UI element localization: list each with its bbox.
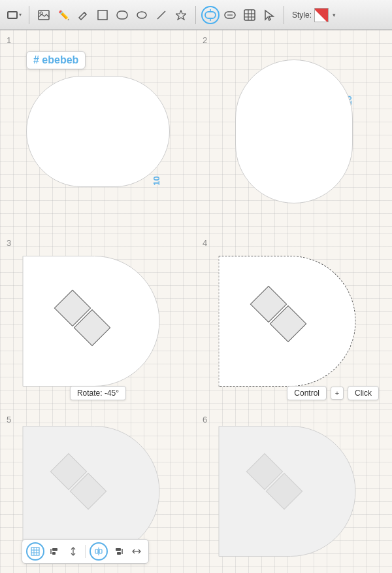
diamond-group-4 <box>252 288 304 340</box>
diamond-group-6 <box>248 455 301 508</box>
bt-grid-button[interactable] <box>26 542 44 561</box>
svg-marker-18 <box>265 10 273 20</box>
bt-arrow-v[interactable] <box>65 544 81 559</box>
square-tool[interactable] <box>93 6 112 24</box>
bt-align-left[interactable] <box>47 544 63 559</box>
view-tools <box>201 6 278 24</box>
cell-2: 2 5 10 <box>196 30 392 233</box>
bt-arrow-h[interactable] <box>129 544 144 559</box>
cell-number-5: 5 <box>7 415 11 425</box>
line-tool[interactable] <box>152 6 171 24</box>
svg-line-2 <box>84 12 86 14</box>
click-button[interactable]: Click <box>348 386 379 400</box>
cell-1: 1 # ebebeb 5 10 <box>0 30 196 233</box>
separator-2 <box>195 6 196 24</box>
stadium-shape-1 <box>26 76 170 187</box>
svg-point-5 <box>137 12 146 18</box>
stadium-shape-2 <box>235 60 353 203</box>
bt-align-right[interactable] <box>110 544 126 559</box>
svg-rect-33 <box>117 552 121 555</box>
plus-icon[interactable]: + <box>331 387 344 400</box>
shape-stadium-v <box>235 60 353 203</box>
svg-marker-7 <box>176 10 186 20</box>
shape-tools: ▾ <box>5 6 24 24</box>
svg-rect-13 <box>244 10 255 20</box>
toolbar: ▾ ✏️ <box>0 0 392 30</box>
bt-separator <box>85 545 86 558</box>
style-selector[interactable] <box>314 8 329 22</box>
image-tool[interactable] <box>35 6 53 24</box>
svg-rect-26 <box>52 552 56 555</box>
style-dropdown-arrow[interactable]: ▾ <box>333 12 336 18</box>
svg-rect-4 <box>117 11 127 19</box>
svg-rect-19 <box>31 547 39 555</box>
cell-number-2: 2 <box>203 35 207 45</box>
cell-number-6: 6 <box>203 415 207 425</box>
pen-tool[interactable]: ✏️ <box>54 6 73 24</box>
canvas-area: 1 # ebebeb 5 10 2 5 10 3 <box>0 30 392 573</box>
color-tooltip: # ebebeb <box>26 51 86 69</box>
draw-tools: ✏️ <box>35 6 190 24</box>
svg-rect-8 <box>205 12 216 18</box>
cell-number-3: 3 <box>7 238 11 248</box>
svg-rect-29 <box>95 549 98 553</box>
svg-rect-32 <box>116 548 121 551</box>
cell-6: 6 <box>196 409 392 573</box>
svg-rect-30 <box>99 549 102 553</box>
separator-1 <box>29 6 29 24</box>
circle-tool[interactable] <box>133 6 151 24</box>
control-button[interactable]: Control <box>287 386 327 400</box>
star-tool[interactable] <box>172 6 190 24</box>
bottom-toolbar <box>22 539 149 564</box>
diamond-group-5 <box>52 455 105 508</box>
bt-distribute-button[interactable] <box>90 542 108 561</box>
cell-3: 3 Rotate: -45° <box>0 233 196 409</box>
svg-rect-25 <box>52 548 57 551</box>
grid-tool[interactable] <box>240 6 259 24</box>
active-tool-button[interactable] <box>201 6 220 24</box>
diamond-group-3 <box>56 292 108 344</box>
shape-stadium-h <box>26 76 170 187</box>
separator-3 <box>284 6 284 24</box>
rounded-rect-tool[interactable] <box>113 6 131 24</box>
svg-rect-3 <box>98 10 107 20</box>
dropdown-arrow: ▾ <box>19 12 22 18</box>
rect-tool-button[interactable]: ▾ <box>5 6 24 24</box>
cell-4: 4 Control + Click <box>196 233 392 409</box>
pencil-tool[interactable] <box>74 6 92 24</box>
cell-number-4: 4 <box>203 238 207 248</box>
cell-number-1: 1 <box>7 35 11 45</box>
action-bar: Control + Click <box>287 386 379 400</box>
svg-line-6 <box>157 11 165 19</box>
pointer-tool[interactable] <box>260 6 278 24</box>
cell-5: 5 <box>0 409 196 573</box>
style-label: Style: <box>292 10 312 20</box>
svg-point-1 <box>40 12 42 14</box>
zoom-tool[interactable] <box>221 6 239 24</box>
rotate-label[interactable]: Rotate: -45° <box>70 386 126 400</box>
